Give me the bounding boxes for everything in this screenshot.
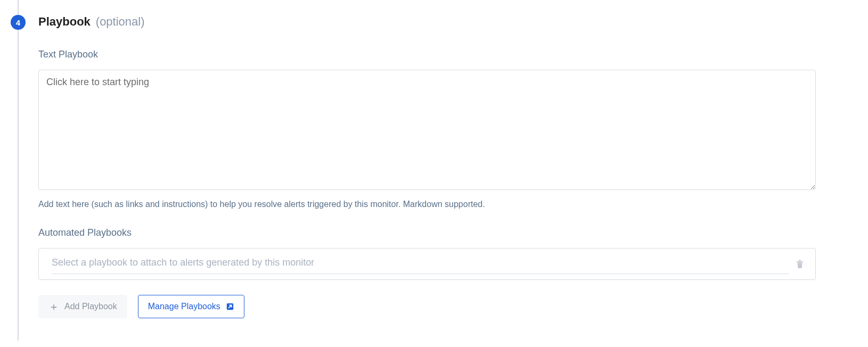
playbook-select[interactable]: Select a playbook to attach to alerts ge… (52, 254, 789, 274)
plus-icon: ＋ (48, 301, 59, 312)
svg-rect-1 (799, 260, 801, 261)
text-playbook-helper: Add text here (such as links and instruc… (38, 200, 816, 209)
trash-icon[interactable] (795, 259, 805, 269)
external-link-icon (226, 302, 234, 311)
text-playbook-label: Text Playbook (38, 49, 816, 60)
playbook-section: Playbook (optional) Text Playbook Add te… (38, 15, 816, 318)
add-playbook-label: Add Playbook (64, 302, 117, 311)
playbook-select-placeholder: Select a playbook to attach to alerts ge… (52, 257, 314, 268)
timeline-connector (18, 0, 19, 341)
playbook-buttons: ＋ Add Playbook Manage Playbooks (38, 295, 816, 318)
section-header: Playbook (optional) (38, 15, 816, 29)
step-number-badge: 4 (11, 15, 26, 30)
text-playbook-input[interactable] (38, 70, 816, 190)
section-title: Playbook (38, 15, 91, 29)
add-playbook-button[interactable]: ＋ Add Playbook (38, 295, 127, 318)
manage-playbooks-label: Manage Playbooks (148, 302, 220, 311)
step-number: 4 (16, 18, 20, 27)
optional-label: (optional) (96, 15, 145, 29)
automated-playbooks-label: Automated Playbooks (38, 227, 816, 238)
automated-playbooks-section: Automated Playbooks Select a playbook to… (38, 227, 816, 318)
svg-rect-0 (797, 261, 803, 262)
manage-playbooks-button[interactable]: Manage Playbooks (138, 295, 244, 318)
playbook-select-container: Select a playbook to attach to alerts ge… (38, 248, 816, 280)
